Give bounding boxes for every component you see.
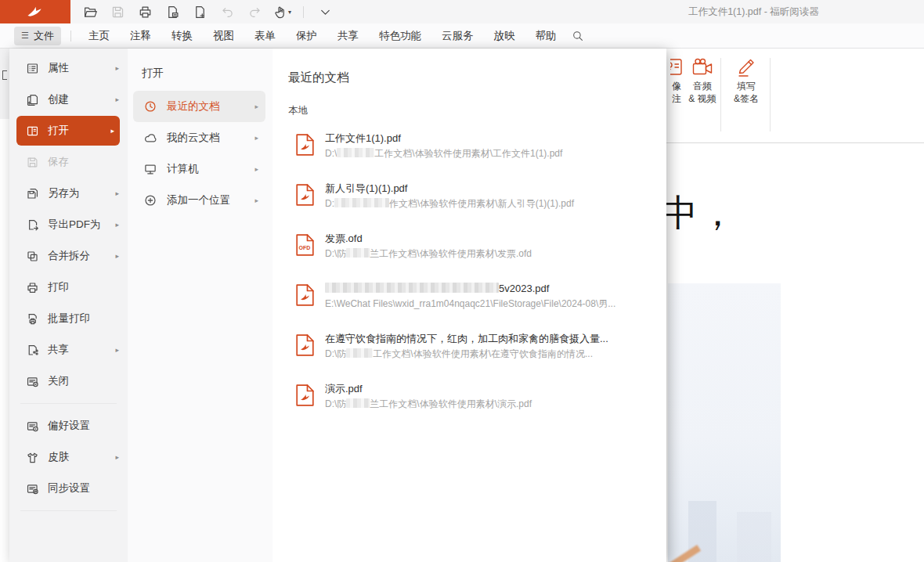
document-path: D:\防工作文档\体验软件使用素材\在遵守饮食指南的情况...: [325, 348, 608, 360]
file-menu-item-另存为[interactable]: 另存为▸: [9, 178, 128, 209]
text-segment: E:\WeChat Files\wxid_rra1m04nqaqc21\File…: [325, 298, 615, 309]
ribbon-group[interactable]: 音频& 视频: [682, 54, 723, 105]
recent-documents-title: 最近的文档: [288, 70, 666, 86]
file-menu-item-批量打印[interactable]: 批量打印: [9, 303, 128, 334]
hamburger-icon: ☰: [21, 31, 29, 41]
menu-tab-云服务[interactable]: 云服务: [431, 23, 484, 48]
menu-tab-特色功能[interactable]: 特色功能: [369, 23, 431, 48]
file-menu-item-属性[interactable]: 属性▸: [9, 52, 128, 84]
open-panel-title: 打开: [142, 67, 273, 81]
computer-icon: [143, 162, 157, 176]
file-menu-column: 属性▸创建▸打开▸保存另存为▸导出PDF为▸合并拆分▸打印批量打印共享▸关闭偏好…: [9, 49, 128, 562]
menu-tab-注释[interactable]: 注释: [120, 23, 161, 48]
recent-document-item[interactable]: 演示.pdfD:\防兰工作文档\体验软件使用素材\演示.pdf: [288, 378, 666, 428]
open-item-label: 我的云文档: [167, 131, 220, 145]
file-menu-item-打印[interactable]: 打印: [9, 272, 128, 303]
text-segment: D:\: [325, 148, 337, 159]
doc-badge-icon: [165, 5, 180, 20]
recent-document-item[interactable]: 在遵守饮食指南的情况下，红肉，加工肉和家禽的膳食摄入量...D:\防工作文档\体…: [288, 328, 666, 378]
export-document-button[interactable]: [164, 3, 181, 20]
file-menu-item-合并拆分[interactable]: 合并拆分▸: [9, 240, 128, 272]
folder-open-icon: [83, 5, 98, 20]
menubar-separator: [70, 31, 71, 41]
submenu-arrow-icon: ▸: [110, 127, 114, 135]
menu-tab-转换[interactable]: 转换: [161, 23, 203, 48]
pdf-page-image: [668, 283, 781, 562]
foxit-pdf-file-icon: [296, 384, 314, 406]
recent-documents-panel: 最近的文档 本地 工作文件1(1).pdfD:\工作文档\体验软件使用素材\工作…: [273, 49, 666, 562]
text-segment: 作文档\体验软件使用素材\新人引导(1)(1).pdf: [389, 198, 574, 209]
ribbon-group[interactable]: 填写&签名: [726, 54, 767, 105]
file-menu-item-皮肤[interactable]: 皮肤▸: [9, 441, 128, 473]
foxit-pdf-file-icon: [296, 134, 314, 156]
clock-icon: [143, 99, 157, 113]
file-menu-panel: 属性▸创建▸打开▸保存另存为▸导出PDF为▸合并拆分▸打印批量打印共享▸关闭偏好…: [9, 49, 666, 562]
document-path: D:\工作文档\体验软件使用素材\工作文件1(1).pdf: [325, 147, 562, 160]
file-menu-item-label: 保存: [48, 155, 69, 169]
search-icon[interactable]: [572, 30, 584, 42]
menu-tab-保护[interactable]: 保护: [286, 23, 327, 48]
menu-tab-主页[interactable]: 主页: [78, 23, 120, 48]
file-menu-item-同步设置[interactable]: 同步设置: [9, 473, 128, 504]
print-icon: [26, 281, 39, 294]
file-menu-item-打开[interactable]: 打开▸: [16, 116, 120, 146]
redo-icon: [247, 5, 262, 20]
document-name: 发票.ofd: [325, 232, 532, 245]
text-segment: 演示.pdf: [325, 383, 363, 394]
file-menu-item-偏好设置[interactable]: 偏好设置: [9, 410, 128, 441]
save-icon: [110, 5, 125, 20]
document-name: 工作文件1(1).pdf: [325, 131, 562, 145]
menu-tab-放映[interactable]: 放映: [483, 23, 525, 48]
foxit-pdf-file-icon: [296, 184, 314, 206]
open-item-label: 计算机: [167, 162, 199, 176]
open-item-我的云文档[interactable]: 我的云文档▸: [133, 122, 265, 153]
submenu-arrow-icon: ▸: [115, 189, 119, 197]
printer-icon: [138, 5, 153, 20]
recent-document-item[interactable]: 5v2023.pdfE:\WeChat Files\wxid_rra1m04nq…: [288, 278, 666, 328]
recent-document-item[interactable]: 新人引导(1)(1).pdfD:作文档\体验软件使用素材\新人引导(1)(1).…: [288, 178, 666, 228]
save-icon: [26, 156, 39, 169]
open-item-添加一个位置[interactable]: 添加一个位置▸: [133, 185, 265, 216]
menu-tab-视图[interactable]: 视图: [203, 23, 244, 48]
document-path: D:作文档\体验软件使用素材\新人引导(1)(1).pdf: [325, 197, 574, 210]
file-menu-button[interactable]: ☰ 文件: [14, 27, 61, 45]
menu-divider: [20, 403, 117, 404]
submenu-arrow-icon: ▸: [115, 64, 119, 72]
document-name: 5v2023.pdf: [325, 282, 615, 295]
recent-document-item[interactable]: 工作文件1(1).pdfD:\工作文档\体验软件使用素材\工作文件1(1).pd…: [288, 128, 666, 178]
pdf-document-view[interactable]: 中，: [666, 143, 924, 562]
file-menu-item-关闭[interactable]: 关闭: [9, 366, 128, 397]
file-menu-item-创建[interactable]: 创建▸: [9, 84, 128, 115]
document-name: 演示.pdf: [325, 382, 532, 395]
recent-document-item[interactable]: OFD发票.ofdD:\防兰工作文档\体验软件使用素材\发票.ofd: [288, 228, 666, 278]
menubar: ☰ 文件 主页注释转换视图表单保护共享特色功能云服务放映帮助: [0, 23, 924, 49]
file-menu-item-label: 属性: [48, 61, 69, 75]
share-icon: [26, 344, 39, 357]
ribbon-group-label: 注: [672, 93, 681, 106]
text-segment: 5v2023.pdf: [499, 283, 549, 294]
submenu-arrow-icon: ▸: [254, 103, 258, 110]
file-menu-item-label: 偏好设置: [48, 419, 90, 433]
menu-tab-共享[interactable]: 共享: [327, 23, 369, 48]
foxit-pdf-file-icon: [296, 334, 314, 356]
foxit-logo-button[interactable]: [0, 0, 70, 23]
submenu-arrow-icon: ▸: [115, 252, 119, 260]
print-button[interactable]: [136, 3, 153, 20]
open-item-最近的文档[interactable]: 最近的文档▸: [133, 91, 265, 122]
file-menu-item-导出PDF为[interactable]: 导出PDF为▸: [9, 209, 128, 240]
video-camera-icon: [691, 54, 714, 81]
submenu-arrow-icon: ▸: [115, 95, 119, 103]
open-item-计算机[interactable]: 计算机▸: [133, 153, 265, 185]
file-menu-item-label: 共享: [48, 343, 69, 357]
ribbon-toolbar-clipped: 像注音频& 视频填写&签名: [666, 49, 924, 143]
menu-tab-表单[interactable]: 表单: [244, 23, 286, 48]
ribbon-separator: [770, 58, 771, 131]
hand-tool-button[interactable]: ▾: [273, 3, 291, 20]
open-file-button[interactable]: [81, 3, 99, 20]
clipped-sidebar-icon: [2, 70, 7, 80]
create-document-button[interactable]: [191, 3, 208, 20]
menu-tab-帮助[interactable]: 帮助: [525, 23, 566, 48]
customize-toolbar-button[interactable]: [316, 3, 334, 20]
file-menu-item-共享[interactable]: 共享▸: [9, 334, 128, 366]
foxit-logo-icon: [27, 5, 44, 18]
